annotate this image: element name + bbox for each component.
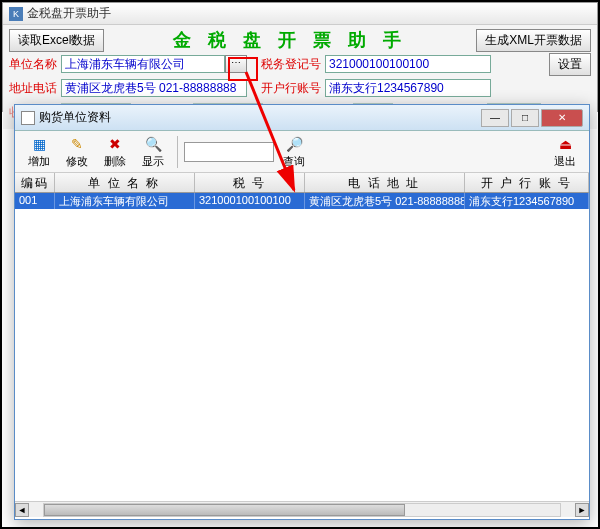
dialog-title: 购货单位资料 — [39, 109, 111, 126]
label-taxno: 税务登记号 — [261, 56, 325, 73]
horizontal-scrollbar[interactable]: ◄ ► — [15, 501, 589, 517]
app-icon: K — [9, 7, 23, 21]
edit-button[interactable]: ✎修改 — [59, 133, 95, 171]
exit-button[interactable]: ⏏退出 — [547, 133, 583, 171]
search-button[interactable]: 🔎查询 — [276, 133, 312, 171]
col-bank[interactable]: 开 户 行 账 号 — [465, 173, 589, 192]
dialog-toolbar: ▦增加 ✎修改 ✖删除 🔍显示 🔎查询 ⏏退出 — [15, 131, 589, 173]
add-icon: ▦ — [29, 134, 49, 154]
settings-button[interactable]: 设置 — [549, 53, 591, 76]
maximize-button[interactable]: □ — [511, 109, 539, 127]
label-bank: 开户行账号 — [261, 80, 325, 97]
col-taxno[interactable]: 税 号 — [195, 173, 305, 192]
gen-xml-button[interactable]: 生成XML开票数据 — [476, 29, 591, 52]
show-button[interactable]: 🔍显示 — [135, 133, 171, 171]
search-input[interactable] — [184, 142, 274, 162]
dialog-icon — [21, 111, 35, 125]
scroll-thumb[interactable] — [44, 504, 405, 516]
company-input[interactable] — [61, 55, 225, 73]
scroll-track[interactable] — [43, 503, 561, 517]
read-excel-button[interactable]: 读取Excel数据 — [9, 29, 104, 52]
edit-icon: ✎ — [67, 134, 87, 154]
table-header: 编码 单 位 名 称 税 号 电 话 地 址 开 户 行 账 号 — [15, 173, 589, 193]
delete-button[interactable]: ✖删除 — [97, 133, 133, 171]
delete-icon: ✖ — [105, 134, 125, 154]
table-row[interactable]: 001 上海浦东车辆有限公司 321000100100100 黄浦区龙虎巷5号 … — [15, 193, 589, 209]
cell-addr: 黄浦区龙虎巷5号 021-88888888 — [305, 193, 465, 209]
app-title-text: 金 税 盘 开 票 助 手 — [104, 28, 476, 52]
main-window: K 金税盘开票助手 读取Excel数据 金 税 盘 开 票 助 手 生成XML开… — [2, 2, 598, 112]
scroll-right-button[interactable]: ► — [575, 503, 589, 517]
cell-taxno: 321000100100100 — [195, 193, 305, 209]
search-icon: 🔎 — [284, 134, 304, 154]
table-body: 001 上海浦东车辆有限公司 321000100100100 黄浦区龙虎巷5号 … — [15, 193, 589, 501]
company-dialog: 购货单位资料 — □ ✕ ▦增加 ✎修改 ✖删除 🔍显示 🔎查询 ⏏退出 编码 … — [14, 104, 590, 520]
taxno-input[interactable] — [325, 55, 491, 73]
addr-input[interactable] — [61, 79, 247, 97]
main-title: 金税盘开票助手 — [27, 5, 111, 22]
col-name[interactable]: 单 位 名 称 — [55, 173, 195, 192]
main-titlebar: K 金税盘开票助手 — [3, 3, 597, 25]
company-lookup-button[interactable]: ⋯ — [225, 55, 247, 73]
toolbar-separator — [177, 136, 178, 168]
label-addr: 地址电话 — [9, 80, 61, 97]
label-company: 单位名称 — [9, 56, 61, 73]
cell-name: 上海浦东车辆有限公司 — [55, 193, 195, 209]
col-addr[interactable]: 电 话 地 址 — [305, 173, 465, 192]
scroll-left-button[interactable]: ◄ — [15, 503, 29, 517]
cell-bank: 浦东支行1234567890 — [465, 193, 589, 209]
bank-input[interactable] — [325, 79, 491, 97]
dialog-titlebar: 购货单位资料 — □ ✕ — [15, 105, 589, 131]
cell-code: 001 — [15, 193, 55, 209]
close-button[interactable]: ✕ — [541, 109, 583, 127]
minimize-button[interactable]: — — [481, 109, 509, 127]
company-table: 编码 单 位 名 称 税 号 电 话 地 址 开 户 行 账 号 001 上海浦… — [15, 173, 589, 501]
col-code[interactable]: 编码 — [15, 173, 55, 192]
show-icon: 🔍 — [143, 134, 163, 154]
exit-icon: ⏏ — [555, 134, 575, 154]
add-button[interactable]: ▦增加 — [21, 133, 57, 171]
